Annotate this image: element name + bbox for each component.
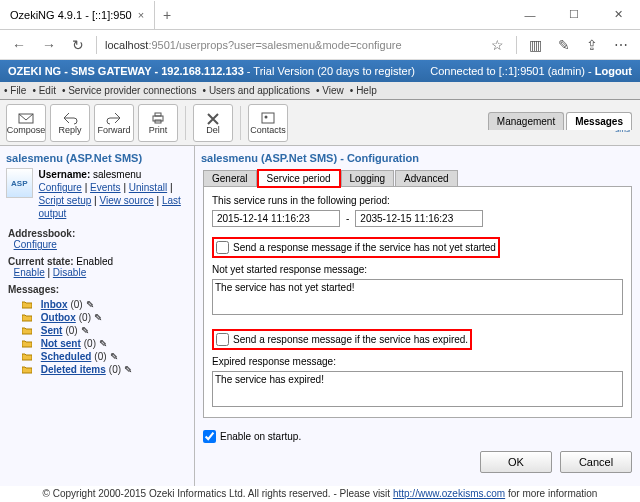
sidebar-title: salesmenu (ASP.Net SMS)	[4, 150, 190, 166]
folder-notsent[interactable]: Not sent (0)✎	[22, 338, 190, 349]
refresh-button[interactable]: ↻	[68, 37, 88, 53]
browser-tab[interactable]: OzekiNG 4.9.1 - [::1]:950 ×	[0, 1, 155, 29]
expired-textarea[interactable]	[212, 371, 623, 407]
trial-text: - Trial Version (20 days to register)	[247, 65, 415, 77]
expired-label: Expired response message:	[212, 356, 623, 367]
link-events[interactable]: Events	[90, 182, 121, 193]
link-configure[interactable]: Configure	[39, 182, 82, 193]
ok-button[interactable]: OK	[480, 451, 552, 473]
logout-link[interactable]: Logout	[595, 65, 632, 77]
tab-close-icon[interactable]: ×	[138, 9, 144, 21]
tab-general[interactable]: General	[203, 170, 257, 187]
reply-button[interactable]: Reply	[50, 104, 90, 142]
edit-icon[interactable]: ✎	[94, 312, 102, 323]
folder-inbox[interactable]: Inbox (0)✎	[22, 299, 190, 310]
asp-icon: ASP	[6, 168, 33, 198]
sidebar: salesmenu (ASP.Net SMS) ASP Username: sa…	[0, 146, 195, 486]
expired-row: Send a response message if the service h…	[212, 329, 472, 350]
enable-link[interactable]: Enable	[14, 267, 45, 278]
link-source[interactable]: View source	[100, 195, 154, 206]
contacts-button[interactable]: Contacts	[248, 104, 288, 142]
link-script[interactable]: Script setup	[39, 195, 92, 206]
svg-rect-2	[155, 113, 161, 116]
tab-service-period[interactable]: Service period	[258, 170, 340, 187]
compose-button[interactable]: Compose	[6, 104, 46, 142]
menu-edit[interactable]: Edit	[32, 85, 56, 96]
connected-text: Connected to [.:1]:9501 (admin) -	[430, 65, 591, 77]
menu-users[interactable]: Users and applications	[203, 85, 310, 96]
reading-icon[interactable]: ▥	[525, 37, 546, 53]
edit-icon[interactable]: ✎	[81, 325, 89, 336]
tab-title: OzekiNG 4.9.1 - [::1]:950	[10, 9, 132, 21]
address-bar[interactable]: localhost:9501/userprops?user=salesmenu&…	[105, 39, 479, 51]
tab-advanced[interactable]: Advanced	[395, 170, 457, 187]
main-panel: salesmenu (ASP.Net SMS) - Configuration …	[195, 146, 640, 486]
forward-button[interactable]: Forward	[94, 104, 134, 142]
notstarted-textarea[interactable]	[212, 279, 623, 315]
delete-button[interactable]: Del	[193, 104, 233, 142]
maximize-button[interactable]: ☐	[552, 0, 596, 30]
notstarted-label: Not yet started response message:	[212, 264, 623, 275]
folder-deleted[interactable]: Deleted items (0)✎	[22, 364, 190, 375]
more-icon[interactable]: ⋯	[610, 37, 632, 53]
folder-scheduled[interactable]: Scheduled (0)✎	[22, 351, 190, 362]
edit-icon[interactable]: ✎	[110, 351, 118, 362]
date-to-input[interactable]	[355, 210, 483, 227]
close-button[interactable]: ✕	[596, 0, 640, 30]
toolbar: Compose Reply Forward Print Del Contacts…	[0, 100, 640, 146]
menu-view[interactable]: View	[316, 85, 344, 96]
date-from-input[interactable]	[212, 210, 340, 227]
notstarted-checkbox[interactable]	[216, 241, 229, 254]
main-title: salesmenu (ASP.Net SMS) - Configuration	[199, 150, 636, 170]
print-button[interactable]: Print	[138, 104, 178, 142]
svg-rect-4	[262, 113, 274, 123]
tab-logging[interactable]: Logging	[341, 170, 395, 187]
disable-link[interactable]: Disable	[53, 267, 86, 278]
edit-icon[interactable]: ✎	[86, 299, 94, 310]
svg-point-5	[265, 115, 268, 118]
cancel-button[interactable]: Cancel	[560, 451, 632, 473]
period-label: This service runs in the following perio…	[212, 195, 623, 206]
app-header: OZEKI NG - SMS GATEWAY - 192.168.112.133…	[0, 60, 640, 82]
new-tab-button[interactable]: +	[155, 7, 179, 23]
browser-titlebar: OzekiNG 4.9.1 - [::1]:950 × + — ☐ ✕	[0, 0, 640, 30]
footer: © Copyright 2000-2015 Ozeki Informatics …	[0, 486, 640, 502]
folder-sent[interactable]: Sent (0)✎	[22, 325, 190, 336]
startup-checkbox[interactable]	[203, 430, 216, 443]
note-icon[interactable]: ✎	[554, 37, 574, 53]
app-title: OZEKI NG - SMS GATEWAY - 192.168.112.133	[8, 65, 244, 77]
menu-providers[interactable]: Service provider connections	[62, 85, 197, 96]
forward-button[interactable]: →	[38, 37, 60, 53]
menubar: File Edit Service provider connections U…	[0, 82, 640, 100]
menu-help[interactable]: Help	[350, 85, 377, 96]
folder-outbox[interactable]: Outbox (0)✎	[22, 312, 190, 323]
browser-navbar: ← → ↻ localhost:9501/userprops?user=sale…	[0, 30, 640, 60]
addressbook-configure[interactable]: Configure	[14, 239, 57, 250]
edit-icon[interactable]: ✎	[124, 364, 132, 375]
menu-file[interactable]: File	[4, 85, 26, 96]
expired-checkbox[interactable]	[216, 333, 229, 346]
link-uninstall[interactable]: Uninstall	[129, 182, 167, 193]
footer-link[interactable]: http://www.ozekisms.com	[393, 488, 505, 499]
share-icon[interactable]: ⇪	[582, 37, 602, 53]
edit-icon[interactable]: ✎	[99, 338, 107, 349]
back-button[interactable]: ←	[8, 37, 30, 53]
star-icon[interactable]: ☆	[487, 37, 508, 53]
notstarted-row: Send a response message if the service h…	[212, 237, 500, 258]
tab-messages[interactable]: Messages	[566, 112, 632, 130]
minimize-button[interactable]: —	[508, 0, 552, 30]
tab-management[interactable]: Management	[488, 112, 564, 130]
